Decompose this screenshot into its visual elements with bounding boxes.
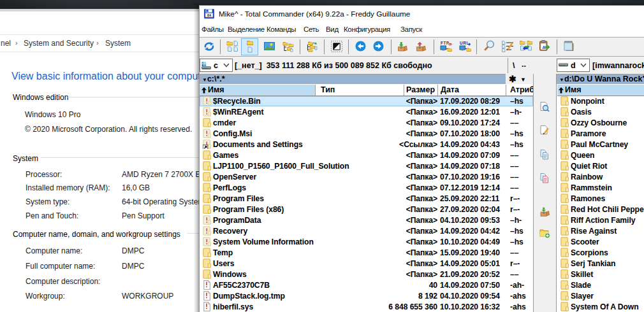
svg-text:FTP: FTP <box>441 41 450 45</box>
svg-text:URL: URL <box>460 41 469 45</box>
svg-text:64: 64 <box>207 13 212 17</box>
